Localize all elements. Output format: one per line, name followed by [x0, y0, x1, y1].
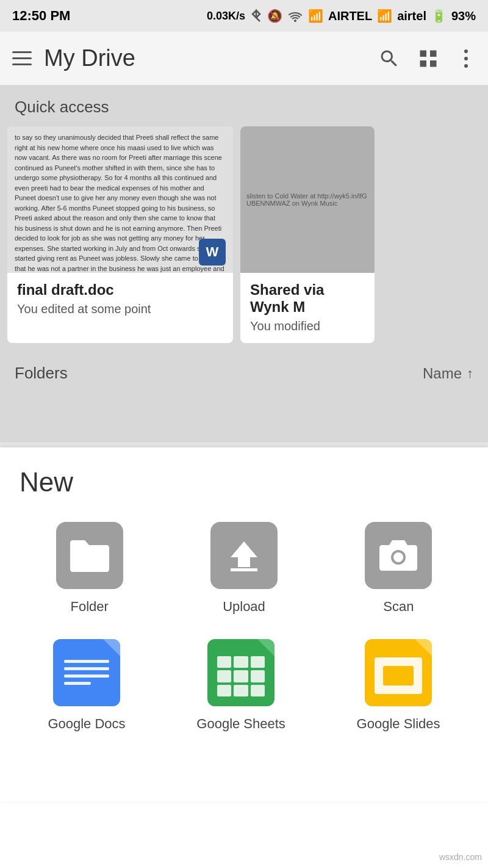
carrier-label: AIRTEL: [328, 9, 372, 23]
folders-empty-area: [0, 394, 488, 443]
network-speed: 0.03K/s: [207, 10, 245, 23]
carrier2-label: airtel: [397, 9, 426, 23]
quick-access-header: Quick access: [0, 85, 488, 126]
folder-icon-wrap: [56, 522, 123, 589]
upload-item[interactable]: Upload: [210, 522, 278, 615]
sheets-icon-wrap: [207, 639, 274, 706]
search-button[interactable]: [378, 48, 400, 70]
scan-item[interactable]: Scan: [365, 522, 432, 615]
quick-access-cards: to say so they unanimously decided that …: [0, 126, 488, 353]
svg-rect-4: [231, 568, 257, 571]
file-meta-2: You modified: [250, 319, 365, 333]
file-card-preview-1: to say so they unanimously decided that …: [7, 126, 233, 273]
file-card-1[interactable]: to say so they unanimously decided that …: [7, 126, 233, 343]
status-right: 0.03K/s 🔕 📶 AIRTEL 📶 airtel 🔋 93%: [207, 9, 476, 23]
apps-grid: Google Docs: [0, 639, 488, 756]
status-bar: 12:50 PM 0.03K/s 🔕 📶 AIRTEL 📶 airtel 🔋 9…: [0, 0, 488, 32]
svg-point-2: [464, 64, 468, 68]
bluetooth-icon: [250, 9, 262, 23]
main-content: Quick access to say so they unanimously …: [0, 85, 488, 443]
docs-label: Google Docs: [48, 716, 125, 732]
menu-button[interactable]: [12, 51, 32, 65]
slides-label: Google Slides: [357, 716, 440, 732]
watermark: wsxdn.com: [439, 852, 482, 862]
google-sheets-item[interactable]: Google Sheets: [196, 639, 285, 732]
file-name-1: final draft.doc: [17, 281, 223, 298]
folders-sort-button[interactable]: Name ↑: [423, 365, 473, 382]
scan-label: Scan: [383, 599, 414, 615]
more-options-button[interactable]: [456, 48, 476, 70]
file-meta-1: You edited at some point: [17, 302, 223, 316]
upload-label: Upload: [223, 599, 265, 615]
word-badge: W: [199, 239, 226, 266]
new-folder-item[interactable]: Folder: [56, 522, 123, 615]
folders-title: Folders: [15, 364, 68, 383]
grid-view-button[interactable]: [417, 48, 439, 70]
wifi-icon: [287, 10, 303, 22]
battery-icon: 🔋: [431, 9, 447, 23]
sort-arrow-icon: ↑: [467, 366, 473, 382]
app-bar-title: My Drive: [44, 45, 366, 71]
scan-icon-wrap: [365, 522, 432, 589]
file-name-2: Shared via Wynk M: [250, 281, 365, 316]
wynk-preview-text: slisten to Cold Water at http://wyk5.in/…: [246, 192, 368, 207]
sheets-label: Google Sheets: [196, 716, 285, 732]
file-card-info-1: final draft.doc You edited at some point: [7, 273, 233, 326]
file-card-2[interactable]: slisten to Cold Water at http://wyk5.in/…: [240, 126, 375, 343]
mute-icon: 🔕: [267, 9, 282, 23]
signal2-icon: 📶: [377, 9, 392, 23]
drag-area: [0, 443, 488, 447]
actions-grid: Folder Upload Scan: [0, 522, 488, 639]
folders-header: Folders Name ↑: [0, 353, 488, 394]
app-bar: My Drive: [0, 32, 488, 85]
signal-icon: 📶: [308, 9, 323, 23]
upload-icon-wrap: [210, 522, 278, 589]
svg-point-6: [393, 552, 403, 562]
sort-label: Name: [423, 365, 462, 382]
docs-icon-wrap: [53, 639, 120, 706]
svg-point-1: [464, 57, 468, 60]
svg-marker-3: [231, 541, 257, 567]
app-bar-actions: [378, 48, 476, 70]
status-time: 12:50 PM: [12, 8, 70, 24]
new-label: New: [0, 447, 488, 522]
file-card-info-2: Shared via Wynk M You modified: [240, 273, 375, 343]
google-docs-item[interactable]: Google Docs: [48, 639, 125, 732]
bottom-sheet: New Folder Upload: [0, 447, 488, 801]
battery-pct: 93%: [451, 9, 476, 23]
svg-point-0: [464, 49, 468, 53]
file-card-preview-2: slisten to Cold Water at http://wyk5.in/…: [240, 126, 375, 273]
folder-label: Folder: [70, 599, 108, 615]
slides-icon-wrap: [365, 639, 432, 706]
google-slides-item[interactable]: Google Slides: [357, 639, 440, 732]
